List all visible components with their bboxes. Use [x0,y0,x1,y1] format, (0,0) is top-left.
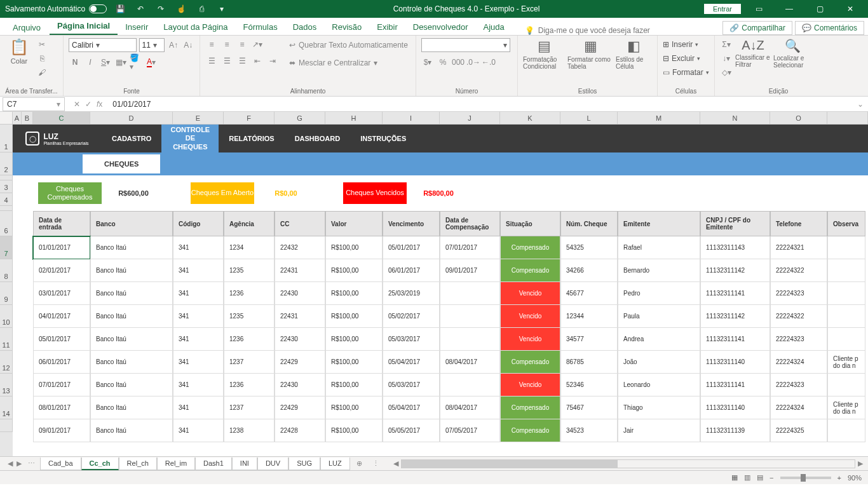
close-icon[interactable]: ✕ [837,1,863,17]
row-header[interactable]: 2 [0,152,13,175]
cell-venc[interactable]: 05/04/2017 [383,396,440,419]
cell-cpf[interactable]: 11132311141 [700,328,770,351]
font-size-combo[interactable]: 11▾ [139,38,165,52]
align-center-icon[interactable]: ☰ [220,55,233,67]
cell-tel[interactable]: 22224322 [770,259,827,282]
border-icon[interactable]: ▦▾ [114,56,127,69]
cell-venc[interactable]: 05/03/2017 [383,374,440,396]
horizontal-scrollbar[interactable]: ◀ ▶ [391,459,865,468]
align-top-icon[interactable]: ≡ [205,38,218,51]
underline-icon[interactable]: S▾ [99,56,112,69]
th-vencimento[interactable]: Vencimento [383,211,440,236]
paste-button[interactable]: 📋 Colar [5,38,33,65]
sheet-tab[interactable]: SUG [288,458,320,470]
mystery-icon[interactable]: ⎙ [194,2,208,16]
cell-b[interactable]: Banco Itaú [90,351,173,374]
row-header[interactable]: 1 [0,125,13,152]
scrollbar-track[interactable] [401,459,855,468]
cell-tel[interactable]: 22224324 [770,351,827,374]
cell-em[interactable]: Leonardo [618,374,700,396]
th-cpf[interactable]: CNPJ / CPF do Emitente [700,211,770,236]
cell-ag[interactable]: 1238 [224,419,275,442]
cell-num[interactable]: 34266 [560,259,618,282]
cell-num[interactable]: 52346 [560,374,618,396]
cell-cod[interactable]: 341 [173,328,224,351]
cell-cpf[interactable]: 11132311140 [700,396,770,419]
cell-venc[interactable]: 25/03/2019 [383,282,440,305]
merge-center-button[interactable]: ⬌Mesclar e Centralizar▾ [289,56,408,70]
cell-em[interactable]: João [618,351,700,374]
cell-comp[interactable]: 08/04/2017 [440,396,500,419]
cell-d[interactable]: 09/01/2017 [33,419,90,442]
nav-controle-cheques[interactable]: CONTROLE DE CHEQUES [161,125,219,152]
cell-ag[interactable]: 1235 [224,305,275,328]
cell-venc[interactable]: 05/02/2017 [383,305,440,328]
row-header[interactable]: 8 [0,259,13,282]
cut-icon[interactable]: ✂ [36,38,48,51]
cell-v[interactable]: R$100,00 [325,396,383,419]
cell-v[interactable]: R$100,00 [325,374,383,396]
cell-sit[interactable]: Vencido [500,328,560,351]
cell-sit[interactable]: Compensado [500,236,560,259]
zoom-out-icon[interactable]: − [770,474,773,482]
scrollbar-thumb[interactable] [402,460,618,468]
name-box[interactable]: C7▾ [3,97,65,111]
sheet-tab[interactable]: Cad_ba [40,458,81,470]
italic-icon[interactable]: I [84,56,97,69]
redo-icon[interactable]: ↷ [154,2,168,16]
increase-font-icon[interactable]: A↑ [167,39,179,51]
cell-obs[interactable] [827,328,865,351]
tab-formulas[interactable]: Fórmulas [236,20,285,35]
cell-b[interactable]: Banco Itaú [90,305,173,328]
align-bottom-icon[interactable]: ≡ [236,38,248,51]
formula-input[interactable]: 01/01/2017 [109,98,853,110]
col-header[interactable]: K [500,112,560,124]
cells-format-button[interactable]: ▭Formatar▾ [663,66,709,79]
col-header[interactable]: N [700,112,770,124]
cell-em[interactable]: Rafael [618,236,700,259]
autosave-toggle[interactable]: Salvamento Automático [5,4,107,13]
cell-d[interactable]: 05/01/2017 [33,328,90,351]
comments-button[interactable]: 💬Comentários [795,21,864,35]
tab-data[interactable]: Dados [285,20,325,35]
scroll-right-icon[interactable]: ▶ [855,459,865,468]
autosum-icon[interactable]: Σ▾ [720,38,733,51]
tab-layout[interactable]: Layout da Página [156,20,235,35]
cell-sit[interactable]: Vencido [500,374,560,396]
number-format-combo[interactable]: ▾ [421,38,510,52]
cell-ag[interactable]: 1236 [224,374,275,396]
percent-icon[interactable]: % [437,56,449,69]
row-header[interactable]: 10 [0,305,13,328]
row-header[interactable]: 12 [0,351,13,374]
cell-obs[interactable]: Cliente p do dia n [827,351,865,374]
col-header[interactable]: B [22,112,33,124]
cell-cpf[interactable]: 11132311143 [700,236,770,259]
cell-obs[interactable]: Cliente p do dia n [827,396,865,419]
cell-obs[interactable] [827,282,865,305]
th-telefone[interactable]: Telefone [770,211,827,236]
cell-num[interactable]: 34577 [560,328,618,351]
nav-cadastro[interactable]: CADASTRO [102,125,161,152]
cells-insert-button[interactable]: ⊞Inserir▾ [663,38,709,51]
cell-sit[interactable]: Compensado [500,259,560,282]
sheet-tab[interactable]: Dash1 [195,458,232,470]
sheet-tab[interactable]: DUV [257,458,288,470]
cell-cod[interactable]: 341 [173,259,224,282]
sheet-tab[interactable]: Rel_ch [119,458,157,470]
share-button[interactable]: 🔗Compartilhar [722,21,792,35]
col-header[interactable]: G [275,112,325,124]
th-agencia[interactable]: Agência [224,211,275,236]
cell-cod[interactable]: 341 [173,305,224,328]
cell-ag[interactable]: 1236 [224,328,275,351]
view-pagebreak-icon[interactable]: ▤ [757,473,763,482]
cell-d[interactable]: 03/01/2017 [33,282,90,305]
cell-cc[interactable]: 22430 [275,282,325,305]
cell-cc[interactable]: 22429 [275,396,325,419]
th-banco[interactable]: Banco [90,211,173,236]
col-header[interactable]: J [440,112,500,124]
col-header[interactable]: I [383,112,440,124]
col-header[interactable]: C [33,112,90,124]
undo-icon[interactable]: ↶ [133,2,147,16]
sheet-tab[interactable]: INI [232,458,257,470]
cell-num[interactable]: 75467 [560,396,618,419]
